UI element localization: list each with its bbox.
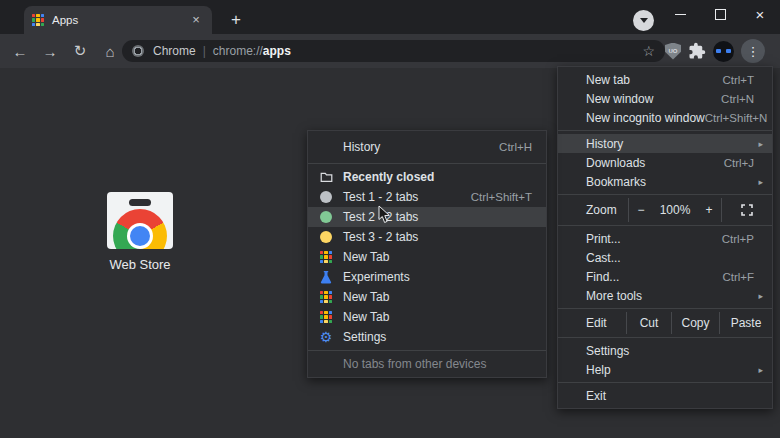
kebab-menu-button[interactable]: ⋮ xyxy=(741,39,765,63)
menu-item-find[interactable]: Find...Ctrl+F xyxy=(558,267,772,286)
menu-item-new-tab[interactable]: New tabCtrl+T xyxy=(558,70,772,89)
chrome-main-menu: New tabCtrl+T New windowCtrl+N New incog… xyxy=(557,66,773,409)
fullscreen-icon xyxy=(741,204,753,216)
menu-separator xyxy=(308,350,546,351)
menu-separator xyxy=(558,194,772,195)
maximize-icon xyxy=(715,9,726,20)
url-page: apps xyxy=(263,44,291,58)
zoom-in-button[interactable]: + xyxy=(697,203,721,217)
menu-item-history[interactable]: History▸ xyxy=(558,134,772,153)
menu-item-settings[interactable]: Settings xyxy=(558,341,772,360)
site-label: Chrome xyxy=(153,44,196,58)
menu-separator xyxy=(308,163,546,164)
history-submenu: HistoryCtrl+H Recently closed Test 1 - 2… xyxy=(307,130,547,378)
tab-group-green-dot-icon xyxy=(319,210,333,224)
close-button[interactable]: × xyxy=(740,0,780,28)
media-control-button[interactable] xyxy=(633,10,654,31)
menu-item-bookmarks[interactable]: Bookmarks▸ xyxy=(558,172,772,191)
apps-favicon-icon xyxy=(32,14,44,26)
tab-close-icon[interactable]: × xyxy=(188,12,204,28)
minimize-icon xyxy=(675,14,686,15)
menu-item-more-tools[interactable]: More tools▸ xyxy=(558,286,772,305)
extension-badge: UO xyxy=(669,48,678,54)
zoom-out-button[interactable]: − xyxy=(629,203,653,217)
menu-item-new-incognito[interactable]: New incognito windowCtrl+Shift+N xyxy=(558,108,772,127)
minimize-button[interactable] xyxy=(660,0,700,28)
menu-item-cast[interactable]: Cast... xyxy=(558,248,772,267)
menu-separator xyxy=(558,308,772,309)
web-store-icon xyxy=(107,192,173,249)
edit-label: Edit xyxy=(558,312,626,334)
window-controls: × xyxy=(660,0,780,28)
menu-item-help[interactable]: Help▸ xyxy=(558,360,772,379)
menu-edit-row: Edit Cut Copy Paste xyxy=(558,312,772,334)
mouse-cursor xyxy=(378,205,391,224)
apps-grid-icon xyxy=(319,310,333,324)
menu-item-print[interactable]: Print...Ctrl+P xyxy=(558,229,772,248)
bag-handle xyxy=(129,199,151,206)
submenu-arrow-icon: ▸ xyxy=(758,177,763,187)
apps-grid-icon xyxy=(319,250,333,264)
fullscreen-button[interactable] xyxy=(722,204,772,216)
submenu-arrow-icon: ▸ xyxy=(758,139,763,149)
tab-title: Apps xyxy=(52,14,188,26)
menu-separator xyxy=(558,225,772,226)
home-icon[interactable]: ⌂ xyxy=(100,41,120,61)
zoom-label: Zoom xyxy=(558,203,628,217)
experiments-flask-icon xyxy=(319,270,333,284)
bookmark-star-icon[interactable]: ☆ xyxy=(642,43,655,59)
forward-icon[interactable]: → xyxy=(40,41,60,61)
submenu-item-new-tab-1[interactable]: New Tab xyxy=(308,247,546,267)
back-icon[interactable]: ← xyxy=(10,41,30,61)
tab-group-yellow-dot-icon xyxy=(319,230,333,244)
menu-item-downloads[interactable]: DownloadsCtrl+J xyxy=(558,153,772,172)
browser-toolbar: ← → ↻ ⌂ Chrome | chrome:// apps ☆ UO ⋮ xyxy=(0,34,780,68)
submenu-item-no-other-tabs: No tabs from other devices xyxy=(308,354,546,374)
settings-gear-icon: ⚙ xyxy=(319,330,333,344)
restore-tab-icon xyxy=(319,170,333,184)
profile-avatar[interactable] xyxy=(713,41,734,62)
zoom-value: 100% xyxy=(653,203,697,217)
submenu-item-recently-closed: Recently closed xyxy=(308,167,546,187)
menu-separator xyxy=(558,130,772,131)
chrome-logo-icon xyxy=(113,209,167,249)
submenu-item-new-tab-2[interactable]: New Tab xyxy=(308,287,546,307)
submenu-arrow-icon: ▸ xyxy=(758,365,763,375)
submenu-item-experiments[interactable]: Experiments xyxy=(308,267,546,287)
maximize-button[interactable] xyxy=(700,0,740,28)
menu-item-new-window[interactable]: New windowCtrl+N xyxy=(558,89,772,108)
apps-grid-icon xyxy=(319,290,333,304)
submenu-item-history[interactable]: HistoryCtrl+H xyxy=(308,134,546,160)
extensions-puzzle-icon[interactable] xyxy=(688,42,706,60)
tab-apps[interactable]: Apps × xyxy=(24,6,212,34)
url-divider: | xyxy=(203,44,206,58)
submenu-item-settings[interactable]: ⚙ Settings xyxy=(308,327,546,347)
cut-button[interactable]: Cut xyxy=(626,312,671,334)
app-label: Web Store xyxy=(102,257,178,272)
menu-zoom-row: Zoom − 100% + xyxy=(558,198,772,222)
address-bar[interactable]: Chrome | chrome:// apps ☆ xyxy=(122,40,665,62)
menu-separator xyxy=(558,337,772,338)
browser-window: Apps × + × ← → ↻ ⌂ Chrome | chrome:// ap… xyxy=(0,0,780,438)
web-store-app-tile[interactable]: Web Store xyxy=(102,192,178,272)
submenu-arrow-icon: ▸ xyxy=(758,291,763,301)
menu-separator xyxy=(558,382,772,383)
tab-group-gray-dot-icon xyxy=(319,190,333,204)
submenu-item-test1[interactable]: Test 1 - 2 tabs Ctrl+Shift+T xyxy=(308,187,546,207)
menu-item-exit[interactable]: Exit xyxy=(558,386,772,405)
close-icon: × xyxy=(756,7,765,22)
submenu-item-new-tab-3[interactable]: New Tab xyxy=(308,307,546,327)
submenu-item-test3[interactable]: Test 3 - 2 tabs xyxy=(308,227,546,247)
tab-strip: Apps × + × xyxy=(0,0,780,34)
paste-button[interactable]: Paste xyxy=(719,312,772,334)
chrome-site-icon xyxy=(132,45,144,57)
reload-icon[interactable]: ↻ xyxy=(70,41,90,61)
new-tab-button[interactable]: + xyxy=(224,8,248,32)
adblock-extension-icon[interactable]: UO xyxy=(665,43,681,60)
url-scheme: chrome:// xyxy=(213,44,263,58)
copy-button[interactable]: Copy xyxy=(671,312,719,334)
submenu-item-test2[interactable]: Test 2 - 2 tabs xyxy=(308,207,546,227)
